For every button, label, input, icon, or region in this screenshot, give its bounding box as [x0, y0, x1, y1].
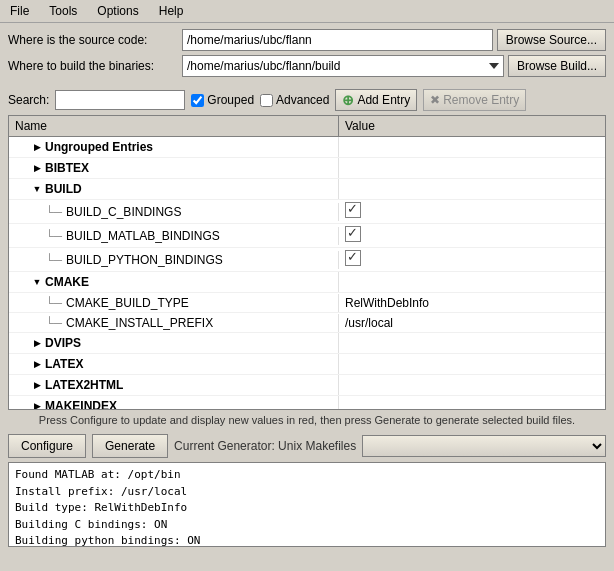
- generator-select[interactable]: [362, 435, 606, 457]
- item-value: RelWithDebInfo: [345, 296, 429, 310]
- browse-source-button[interactable]: Browse Source...: [497, 29, 606, 51]
- expand-icon[interactable]: ▶: [29, 356, 45, 372]
- row-value-cell: [339, 383, 605, 387]
- status-bar: Press Configure to update and display ne…: [0, 410, 614, 430]
- category-label: Ungrouped Entries: [45, 140, 153, 154]
- generate-button[interactable]: Generate: [92, 434, 168, 458]
- expand-icon[interactable]: ▶: [29, 139, 45, 155]
- remove-entry-button[interactable]: ✖ Remove Entry: [423, 89, 526, 111]
- buttons-row: Configure Generate Current Generator: Un…: [0, 430, 614, 462]
- expand-icon[interactable]: ▶: [29, 335, 45, 351]
- advanced-checkbox[interactable]: [260, 94, 273, 107]
- advanced-label: Advanced: [276, 93, 329, 107]
- table-row[interactable]: ▶ MAKEINDEX: [9, 396, 605, 410]
- table-row[interactable]: ▼ BUILD: [9, 179, 605, 200]
- row-value-cell: [339, 248, 605, 271]
- remove-entry-label: Remove Entry: [443, 93, 519, 107]
- grouped-checkbox-label[interactable]: Grouped: [191, 93, 254, 107]
- row-value-cell: [339, 280, 605, 284]
- log-line: Building python bindings: ON: [15, 533, 599, 547]
- row-value-cell: [339, 187, 605, 191]
- row-name-cell: └─ BUILD_PYTHON_BINDINGS: [9, 251, 339, 269]
- item-label: CMAKE_INSTALL_PREFIX: [66, 316, 213, 330]
- log-line: Found MATLAB at: /opt/bin: [15, 467, 599, 484]
- source-input[interactable]: [182, 29, 493, 51]
- table-row[interactable]: ▼ CMAKE: [9, 272, 605, 293]
- tree-line-icon: └─: [45, 205, 62, 219]
- row-value-cell: [339, 145, 605, 149]
- item-label: BUILD_MATLAB_BINDINGS: [66, 229, 220, 243]
- table-row[interactable]: ▶ BIBTEX: [9, 158, 605, 179]
- category-label: BUILD: [45, 182, 82, 196]
- log-line: Build type: RelWithDebInfo: [15, 500, 599, 517]
- col-value-header: Value: [339, 116, 605, 136]
- row-name-cell: ▶ LATEX2HTML: [9, 375, 339, 395]
- menubar: File Tools Options Help: [0, 0, 614, 23]
- table-row[interactable]: └─ BUILD_PYTHON_BINDINGS: [9, 248, 605, 272]
- grouped-checkbox[interactable]: [191, 94, 204, 107]
- menu-tools[interactable]: Tools: [43, 2, 83, 20]
- checkbox-checked-icon[interactable]: [345, 250, 361, 266]
- item-label: CMAKE_BUILD_TYPE: [66, 296, 189, 310]
- form-area: Where is the source code: Browse Source.…: [0, 23, 614, 85]
- tree-line-icon: └─: [45, 296, 62, 310]
- category-label: BIBTEX: [45, 161, 89, 175]
- expand-icon[interactable]: ▶: [29, 398, 45, 410]
- tree-line-icon: └─: [45, 316, 62, 330]
- search-input[interactable]: [55, 90, 185, 110]
- configure-button[interactable]: Configure: [8, 434, 86, 458]
- row-name-cell: ▶ MAKEINDEX: [9, 396, 339, 410]
- category-label: LATEX: [45, 357, 83, 371]
- checkbox-checked-icon[interactable]: [345, 226, 361, 242]
- table-row[interactable]: └─ CMAKE_BUILD_TYPE RelWithDebInfo: [9, 293, 605, 313]
- menu-file[interactable]: File: [4, 2, 35, 20]
- build-row: Where to build the binaries: /home/mariu…: [8, 55, 606, 77]
- expand-icon[interactable]: ▼: [29, 274, 45, 290]
- row-name-cell: ▶ LATEX: [9, 354, 339, 374]
- menu-options[interactable]: Options: [91, 2, 144, 20]
- source-label: Where is the source code:: [8, 33, 178, 47]
- build-select[interactable]: /home/marius/ubc/flann/build: [182, 55, 504, 77]
- expand-icon[interactable]: ▶: [29, 377, 45, 393]
- browse-build-button[interactable]: Browse Build...: [508, 55, 606, 77]
- row-name-cell: └─ CMAKE_INSTALL_PREFIX: [9, 314, 339, 332]
- item-label: BUILD_C_BINDINGS: [66, 205, 181, 219]
- category-label: CMAKE: [45, 275, 89, 289]
- generator-label: Current Generator: Unix Makefiles: [174, 439, 356, 453]
- row-value-cell: [339, 200, 605, 223]
- add-entry-button[interactable]: ⊕ Add Entry: [335, 89, 417, 111]
- row-name-cell: ▼ BUILD: [9, 179, 339, 199]
- table-row[interactable]: ▶ LATEX: [9, 354, 605, 375]
- category-label: LATEX2HTML: [45, 378, 123, 392]
- category-label: MAKEINDEX: [45, 399, 117, 410]
- row-value-cell: [339, 404, 605, 408]
- expand-icon[interactable]: ▼: [29, 181, 45, 197]
- checkbox-checked-icon[interactable]: [345, 202, 361, 218]
- advanced-checkbox-label[interactable]: Advanced: [260, 93, 329, 107]
- row-name-cell: ▶ BIBTEX: [9, 158, 339, 178]
- item-value: /usr/local: [345, 316, 393, 330]
- remove-icon: ✖: [430, 93, 440, 107]
- table-row[interactable]: └─ BUILD_C_BINDINGS: [9, 200, 605, 224]
- row-value-cell: /usr/local: [339, 314, 605, 332]
- table-row[interactable]: └─ BUILD_MATLAB_BINDINGS: [9, 224, 605, 248]
- row-name-cell: ▶ DVIPS: [9, 333, 339, 353]
- table-row[interactable]: └─ CMAKE_INSTALL_PREFIX /usr/local: [9, 313, 605, 333]
- row-value-cell: [339, 166, 605, 170]
- row-name-cell: ▼ CMAKE: [9, 272, 339, 292]
- status-text: Press Configure to update and display ne…: [39, 414, 575, 426]
- table-row[interactable]: ▶ Ungrouped Entries: [9, 137, 605, 158]
- tree-container[interactable]: Name Value ▶ Ungrouped Entries ▶ BIBTEX …: [8, 115, 606, 410]
- row-value-cell: [339, 362, 605, 366]
- row-name-cell: └─ BUILD_C_BINDINGS: [9, 203, 339, 221]
- log-container[interactable]: Found MATLAB at: /opt/bin Install prefix…: [8, 462, 606, 547]
- menu-help[interactable]: Help: [153, 2, 190, 20]
- row-name-cell: └─ BUILD_MATLAB_BINDINGS: [9, 227, 339, 245]
- add-icon: ⊕: [342, 92, 354, 108]
- row-value-cell: RelWithDebInfo: [339, 294, 605, 312]
- table-row[interactable]: ▶ LATEX2HTML: [9, 375, 605, 396]
- table-row[interactable]: ▶ DVIPS: [9, 333, 605, 354]
- expand-icon[interactable]: ▶: [29, 160, 45, 176]
- row-value-cell: [339, 224, 605, 247]
- row-name-cell: ▶ Ungrouped Entries: [9, 137, 339, 157]
